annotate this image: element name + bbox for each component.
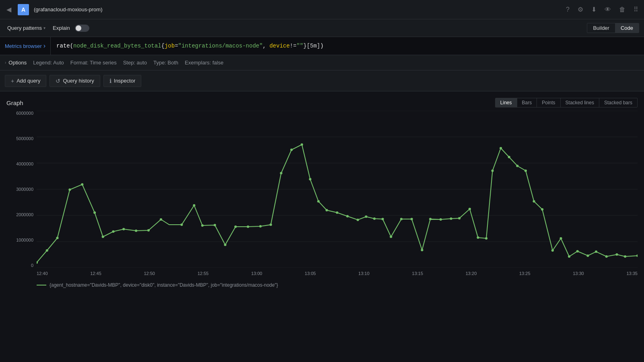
chart-dot [450,217,452,220]
chart-dot [317,200,320,203]
chart-dot [524,170,527,172]
x-label-1320: 13:20 [466,271,477,276]
chart-dot [247,225,249,228]
chart-dot [491,170,494,172]
chart-dot [615,253,618,256]
points-button[interactable]: Points [537,98,560,107]
chart-dot [290,149,293,151]
chart-dot [214,224,216,226]
query-code-display[interactable]: rate(node_disk_read_bytes_total{job="int… [51,39,644,53]
query-history-label: Query history [63,78,94,84]
chart-dot [624,255,626,258]
code-button[interactable]: Code [615,23,639,33]
explain-toggle[interactable] [75,25,89,32]
chart-dot [280,172,282,174]
query-label2-key: device [269,43,289,49]
x-label-1305: 13:05 [305,271,316,276]
settings-icon-button[interactable]: ⚙ [575,4,586,15]
chart-dot [201,224,204,227]
chart-dot [421,249,423,251]
chart-dot [576,250,579,252]
chart-dot [270,223,272,226]
add-query-button[interactable]: + Add query [5,75,46,87]
stacked-bars-button[interactable]: Stacked bars [599,98,637,107]
exemplars-option: Exemplars: false [185,60,223,66]
chart-dot [429,218,431,220]
chart-dot [595,250,597,253]
chart-dot [586,254,589,257]
query-label1-val: "integrations/macos-node" [178,43,263,49]
chart-dot [301,143,303,146]
chart-line [37,145,638,263]
graph-header: Graph Lines Bars Points Stacked lines St… [6,98,638,108]
chart-dot [56,237,58,239]
bars-button[interactable]: Bars [517,98,537,107]
help-icon-button[interactable]: ? [564,4,572,15]
x-label-1330: 13:30 [573,271,584,276]
chart-dot [160,218,162,221]
chart-dot [636,254,638,257]
datasource-name: (grafanacloud-moxious-prom) [34,6,103,12]
x-label-1325: 13:25 [519,271,530,276]
options-toggle-button[interactable]: › Options [5,60,27,66]
chart-dot [411,218,413,220]
chart-dot [46,249,48,252]
chart-dot [551,249,554,252]
x-label-1335: 13:35 [626,271,638,276]
query-toolbar: Query patterns ▾ Explain Builder Code [0,19,644,37]
query-comma: , [263,43,270,49]
inspector-label: Inspector [114,78,135,84]
chart-dot [193,204,195,207]
query-history-button[interactable]: ↺ Query history [50,75,100,87]
chart-dot [224,244,226,246]
chevron-down-icon: ▾ [43,26,45,30]
builder-button[interactable]: Builder [587,23,615,33]
chart-dot [559,237,562,240]
chart-svg [37,111,638,268]
x-label-1250: 12:50 [144,271,155,276]
chart-dot [485,237,487,240]
chart-dot [234,225,237,228]
options-label: Options [8,60,27,66]
y-axis: 6000000 5000000 4000000 3000000 2000000 … [6,111,37,268]
query-patterns-label: Query patterns [7,25,42,31]
type-option: Type: Both [153,60,178,66]
options-row: › Options Legend: Auto Format: Time seri… [0,55,644,70]
info-icon: ℹ [109,78,111,84]
delete-icon-button[interactable]: 🗑 [617,4,628,15]
metrics-browser-button[interactable]: Metrics browser › [0,37,51,55]
chart-dot [500,147,502,149]
options-chevron-icon: › [5,60,6,65]
more-icon-button[interactable]: ⠿ [631,4,641,15]
top-bar: ◀ A (grafanacloud-moxious-prom) ? ⚙ ⬇ 👁 … [0,0,644,19]
add-query-label: Add query [17,78,40,84]
chart-svg-container [37,111,638,268]
datasource-icon: A [18,4,29,15]
graph-area: Graph Lines Bars Points Stacked lines St… [0,91,644,294]
chart-dot [357,219,359,221]
query-patterns-button[interactable]: Query patterns ▾ [5,23,48,33]
chart-dot [122,228,125,230]
inspector-button[interactable]: ℹ Inspector [103,75,141,87]
chart-dot [541,208,543,211]
query-label2-val: "" [297,43,303,49]
add-icon: + [11,78,14,84]
step-option: Step: auto [123,60,147,66]
chart-dot [533,200,535,203]
chart-dot [516,165,518,167]
query-input-row: Metrics browser › rate(node_disk_read_by… [0,37,644,55]
x-label-1315: 13:15 [412,271,423,276]
stacked-lines-button[interactable]: Stacked lines [561,98,599,107]
chart-dot [180,223,183,226]
graph-type-buttons: Lines Bars Points Stacked lines Stacked … [495,98,638,108]
download-icon-button[interactable]: ⬇ [589,4,599,15]
lines-button[interactable]: Lines [495,98,517,107]
chart-dot [605,255,608,258]
chart-dot [81,183,83,186]
collapse-button[interactable]: ◀ [3,4,14,15]
chart-dot [390,236,392,238]
chart-dot [346,215,349,217]
eye-icon-button[interactable]: 👁 [602,4,613,15]
chart-dot [382,218,384,220]
query-close-paren: ) [320,43,323,49]
